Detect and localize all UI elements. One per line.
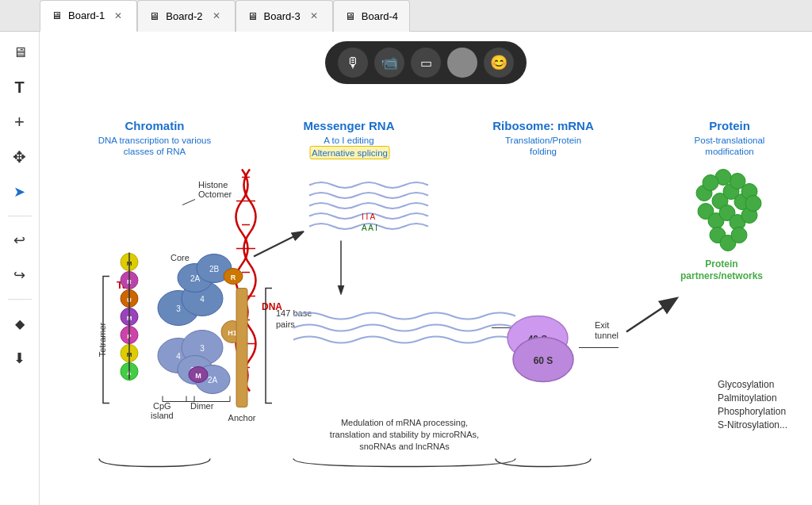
tetramer-label: Tetramer (98, 322, 107, 357)
num-4-1: 4 (200, 295, 205, 304)
num-3-1: 3 (176, 304, 181, 313)
screen-share-button[interactable]: ▭ (411, 48, 441, 78)
mrna-bottom-1: Medulation of mRNA processing, (341, 418, 468, 427)
tab-label-3: Board-3 (264, 10, 301, 22)
r-label: R (231, 274, 236, 281)
num-3-2: 3 (200, 344, 205, 353)
diagram-svg: Chromatin DNA transcription to various c… (40, 32, 812, 505)
chromatin-brace (99, 459, 210, 467)
text-tool-button[interactable]: T (6, 73, 34, 101)
tab-board-2[interactable]: 🖥 Board-2 ✕ (137, 0, 235, 32)
num-4-2: 4 (176, 352, 181, 361)
tab-board-4[interactable]: 🖥 Board-4 (333, 0, 410, 32)
large-mrna-2 (293, 325, 515, 331)
board-icon-1: 🖥 (52, 10, 62, 21)
dimer-label: Dimer (190, 401, 214, 411)
mrna-line-1 (309, 182, 428, 188)
media-toolbar: 🎙 📹 ▭ 😊 (325, 41, 527, 84)
main-layout: 🖥 T + ✥ ➤ ↩ ↪ ◆ ⬇ 🎙 📹 ▭ 😊 Chromatin DNA … (0, 32, 812, 505)
tab-close-1[interactable]: ✕ (111, 9, 125, 23)
screen-tool-button[interactable]: 🖥 (6, 38, 34, 67)
histone-label-1: Histone (198, 180, 228, 189)
tab-close-2[interactable]: ✕ (209, 9, 224, 23)
num-2a-2: 2A (208, 376, 218, 384)
redo-tool-button[interactable]: ↪ (6, 261, 34, 289)
protein-subtitle-1: Post-translational (695, 136, 765, 145)
ribosome-to-protein-arrow (626, 300, 674, 332)
cpg-label-1: CpG (153, 401, 171, 411)
toolbar-separator-2 (8, 299, 32, 300)
mrna-title: Messenger RNA (303, 119, 394, 132)
60s-label: 60 S (534, 355, 553, 366)
mrna-bottom-2: translation and stability by microRNAs, (330, 430, 479, 439)
board-icon-4: 🖥 (345, 10, 355, 22)
protein-node-8 (703, 175, 718, 191)
tab-board-1[interactable]: 🖥 Board-1 ✕ (40, 0, 137, 32)
h1-label: H1 (228, 329, 237, 337)
emoji-button[interactable]: 😊 (484, 48, 514, 78)
anchor (236, 289, 247, 407)
ribosome-subtitle-2: folding (530, 147, 557, 156)
download-tool-button[interactable]: ⬇ (6, 344, 34, 373)
mod-palmi: Palmitoylation (718, 392, 777, 404)
navigate-tool-button[interactable]: ➤ (6, 178, 34, 206)
rna-edit-2: A A I (362, 224, 377, 232)
tab-label-4: Board-4 (362, 10, 398, 22)
tab-bar: 🖥 Board-1 ✕ 🖥 Board-2 ✕ 🖥 Board-3 ✕ 🖥 Bo… (0, 0, 812, 32)
eraser-tool-button[interactable]: ◆ (6, 309, 34, 338)
rna-edit-1: I I A (362, 212, 376, 221)
cpg-label-2: island (151, 411, 174, 420)
num-2b-1: 2B (209, 265, 220, 274)
histone-line (182, 200, 195, 205)
exit-tunnel-1: Exit (595, 320, 609, 330)
chromatin-to-mrna-arrow (254, 233, 301, 257)
protein-node-14 (745, 196, 761, 212)
mrna-brace (293, 459, 515, 467)
exit-tunnel-2: tunnel (595, 331, 619, 340)
large-mrna-3 (293, 337, 515, 343)
left-toolbar: 🖥 T + ✥ ➤ ↩ ↪ ◆ ⬇ (0, 32, 40, 505)
status-button[interactable] (447, 48, 477, 78)
protein-title: Protein (709, 119, 750, 132)
protein-partner-2: partners/networks (680, 270, 763, 281)
large-mrna-1 (293, 313, 515, 319)
core-label: Core (170, 253, 190, 262)
mrna-line-3 (309, 203, 428, 209)
mic-button[interactable]: 🎙 (338, 48, 368, 78)
board-icon-2: 🖥 (149, 10, 159, 22)
ribosome-title: Ribosome: mRNA (492, 119, 594, 132)
toolbar-separator-1 (8, 216, 32, 216)
anchor-label: Anchor (228, 413, 256, 423)
mrna-line-2 (309, 193, 428, 198)
tab-label-2: Board-2 (166, 10, 202, 22)
mod-phos: Phosphorylation (718, 406, 786, 417)
protein-partner-1: Protein (705, 258, 737, 270)
chromatin-title: Chromatin (125, 119, 185, 132)
tab-close-3[interactable]: ✕ (307, 9, 321, 23)
mrna-bottom-3: snoRNAs and lncRNAs (359, 442, 450, 451)
ribosome-subtitle-1: Translation/Protein (505, 136, 581, 145)
mrna-subtitle-2: Alternative splicing (312, 148, 388, 158)
mod-glyco: Glycosylation (718, 379, 774, 390)
ribosome-brace (496, 459, 591, 467)
base-pairs-2: pairs (276, 319, 295, 329)
tab-board-3[interactable]: 🖥 Board-3 ✕ (236, 0, 333, 32)
m-nucleosome-label: M (195, 372, 201, 380)
undo-tool-button[interactable]: ↩ (6, 226, 34, 254)
protein-node-6 (730, 174, 745, 189)
board-icon-3: 🖥 (247, 10, 258, 22)
camera-button[interactable]: 📹 (374, 48, 404, 78)
tab-label-1: Board-1 (68, 10, 105, 21)
histone-label-2: Octomer (198, 189, 232, 199)
mrna-subtitle-1: A to I editing (324, 136, 373, 145)
protein-node-17 (731, 228, 747, 243)
chromatin-subtitle-1: DNA transcription to various (98, 136, 212, 145)
chromatin-subtitle-2: classes of RNA (124, 147, 186, 156)
add-tool-button[interactable]: + (6, 108, 34, 136)
mod-nitro: S-Nitrosylation... (718, 419, 787, 430)
canvas-area: 🎙 📹 ▭ 😊 Chromatin DNA transcription to v… (40, 32, 812, 505)
move-tool-button[interactable]: ✥ (6, 143, 34, 171)
protein-subtitle-2: modification (705, 147, 753, 156)
